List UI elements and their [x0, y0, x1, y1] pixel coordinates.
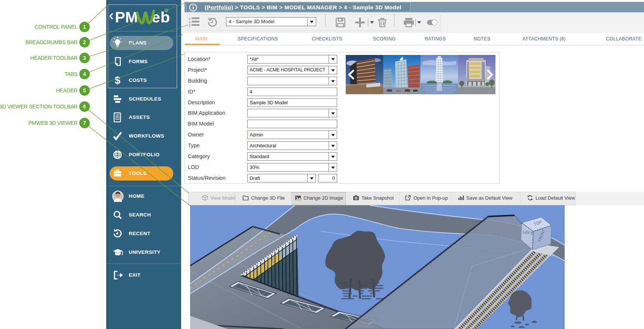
- svg-text:3: 3: [189, 24, 190, 27]
- svg-text:PM: PM: [115, 9, 138, 26]
- svg-text:R: R: [166, 10, 168, 12]
